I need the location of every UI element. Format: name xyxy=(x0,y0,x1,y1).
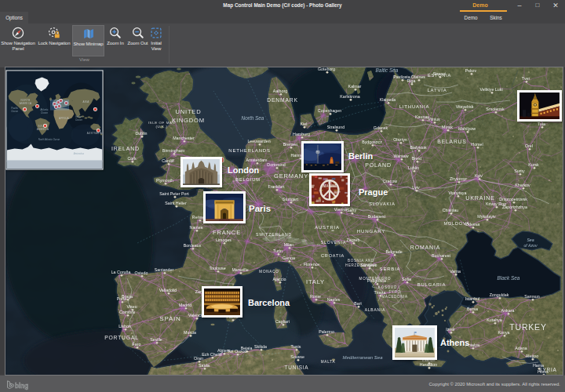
svg-text:Samsun: Samsun xyxy=(524,294,539,299)
svg-text:Sofia: Sofia xyxy=(402,277,411,281)
svg-text:HUNGARY: HUNGARY xyxy=(357,228,385,234)
svg-text:Santander: Santander xyxy=(155,267,174,272)
svg-text:North Sea: North Sea xyxy=(242,115,264,121)
svg-text:Varna: Varna xyxy=(450,269,461,274)
svg-text:North Atlantic Ocean: North Atlantic Ocean xyxy=(38,138,60,141)
svg-text:Chisinau: Chisinau xyxy=(443,208,459,212)
svg-text:La Coruña: La Coruña xyxy=(111,270,131,274)
svg-text:Bari: Bari xyxy=(354,301,361,306)
svg-text:KINGDOM: KINGDOM xyxy=(172,117,205,124)
svg-text:Saint Peter Port: Saint Peter Port xyxy=(159,191,189,196)
svg-text:Zonguldak: Zonguldak xyxy=(490,292,509,297)
svg-text:Zhytomyr: Zhytomyr xyxy=(450,176,467,181)
svg-text:Konya: Konya xyxy=(498,330,509,335)
svg-text:Nantes: Nantes xyxy=(190,225,203,230)
svg-text:London: London xyxy=(228,165,260,175)
svg-text:Karlskrona: Karlskrona xyxy=(340,94,359,99)
svg-text:AUSTRALIA: AUSTRALIA xyxy=(87,132,102,135)
svg-text:LITHUANIA: LITHUANIA xyxy=(399,104,430,109)
svg-text:Istanbul: Istanbul xyxy=(465,296,480,301)
svg-text:Saïda: Saïda xyxy=(199,363,210,368)
svg-text:Saint Helier: Saint Helier xyxy=(165,201,187,205)
svg-text:Hamburg: Hamburg xyxy=(293,132,310,136)
svg-text:MACEDONIA: MACEDONIA xyxy=(381,295,408,299)
svg-text:Prague: Prague xyxy=(359,187,388,197)
svg-text:Olaines: Olaines xyxy=(411,74,425,79)
svg-text:DENMARK: DENMARK xyxy=(267,97,298,103)
svg-text:Lviv: Lviv xyxy=(412,185,420,190)
svg-text:KOSOVO: KOSOVO xyxy=(378,285,397,289)
svg-text:Budapest: Budapest xyxy=(368,214,386,219)
svg-text:Bucharest: Bucharest xyxy=(432,253,450,258)
svg-text:Bialystok: Bialystok xyxy=(410,145,427,150)
svg-text:Baltic Sea: Baltic Sea xyxy=(376,67,399,73)
svg-text:AFRICA: AFRICA xyxy=(59,118,69,121)
svg-text:Tirana: Tirana xyxy=(374,290,386,295)
svg-text:UNITED: UNITED xyxy=(175,108,201,115)
svg-text:Odessa: Odessa xyxy=(465,222,479,227)
svg-text:FRANCE: FRANCE xyxy=(213,229,241,236)
svg-text:Krivoy Rog: Krivoy Rog xyxy=(486,201,506,206)
svg-text:Aalborg: Aalborg xyxy=(273,89,287,93)
svg-text:Vilnius: Vilnius xyxy=(428,117,440,122)
svg-text:Velikiye Luki: Velikiye Luki xyxy=(479,87,502,92)
svg-text:Klaipeda: Klaipeda xyxy=(380,97,396,102)
svg-text:Ankara: Ankara xyxy=(501,308,515,313)
svg-text:Sahy: Sahy xyxy=(347,208,356,212)
svg-text:Tizi Ouzou: Tizi Ouzou xyxy=(227,349,246,354)
svg-text:Rome: Rome xyxy=(310,294,321,299)
svg-text:Gdansk: Gdansk xyxy=(374,125,388,130)
svg-text:Berlin: Berlin xyxy=(348,151,373,161)
svg-text:Cardiff: Cardiff xyxy=(162,158,174,163)
svg-text:Aleppo: Aleppo xyxy=(526,354,539,358)
svg-text:Tver: Tver xyxy=(522,76,530,81)
svg-text:ASIA: ASIA xyxy=(82,100,89,103)
svg-text:SPAIN: SPAIN xyxy=(159,315,180,322)
svg-text:Frankfurt: Frankfurt xyxy=(268,184,285,189)
svg-text:Valladolid: Valladolid xyxy=(159,288,177,292)
svg-text:Black Sea: Black Sea xyxy=(498,275,520,281)
svg-text:Ocean: Ocean xyxy=(11,110,18,113)
svg-text:Kiel: Kiel xyxy=(301,122,308,126)
svg-text:Barcelona: Barcelona xyxy=(248,298,290,307)
svg-text:Ajaccio: Ajaccio xyxy=(272,277,286,281)
svg-text:Sousse: Sousse xyxy=(290,354,304,359)
svg-text:IRELAND: IRELAND xyxy=(111,146,140,151)
svg-text:ALBANIA: ALBANIA xyxy=(365,307,386,312)
svg-text:Kharkov: Kharkov xyxy=(515,183,530,187)
svg-text:Paris: Paris xyxy=(249,204,271,213)
svg-text:Stuttgart: Stuttgart xyxy=(282,197,299,201)
svg-text:Madrid: Madrid xyxy=(179,303,191,307)
svg-text:Oviedo: Oviedo xyxy=(135,270,148,275)
svg-text:Cork: Cork xyxy=(127,156,137,161)
svg-text:SWITZERLAND: SWITZERLAND xyxy=(256,232,292,237)
svg-text:UKRAINE: UKRAINE xyxy=(465,194,495,201)
svg-text:Sumy: Sumy xyxy=(514,169,525,173)
svg-text:Tunis: Tunis xyxy=(291,344,301,349)
svg-text:Mahilyow: Mahilyow xyxy=(458,126,476,131)
svg-text:Copenhagen: Copenhagen xyxy=(318,108,341,113)
svg-text:AMERICA: AMERICA xyxy=(20,102,32,105)
svg-text:of Azov: of Azov xyxy=(523,243,538,248)
svg-text:Kursk: Kursk xyxy=(528,162,539,167)
svg-text:Ocean: Ocean xyxy=(75,118,82,122)
svg-text:Kutahya: Kutahya xyxy=(487,318,501,322)
svg-text:Florence: Florence xyxy=(304,262,320,267)
svg-text:Amsterdam: Amsterdam xyxy=(246,158,268,162)
svg-text:Plymouth: Plymouth xyxy=(156,178,173,183)
svg-text:BULGARIA: BULGARIA xyxy=(417,282,447,287)
svg-text:Izmir: Izmir xyxy=(446,327,455,332)
svg-text:PORTUGAL: PORTUGAL xyxy=(104,335,139,340)
svg-text:TURKEY: TURKEY xyxy=(509,322,546,332)
svg-text:Hama: Hama xyxy=(533,363,544,368)
svg-text:Naples: Naples xyxy=(327,297,341,302)
svg-text:ITALY: ITALY xyxy=(306,278,325,285)
svg-text:Birmingham: Birmingham xyxy=(162,148,185,153)
svg-text:Sea: Sea xyxy=(527,238,534,242)
svg-text:Seville: Seville xyxy=(150,337,162,342)
svg-text:Genoa: Genoa xyxy=(282,256,295,260)
svg-text:Limoges: Limoges xyxy=(216,238,231,242)
svg-text:Mediterranean Sea: Mediterranean Sea xyxy=(342,355,383,360)
svg-text:Orel: Orel xyxy=(525,143,533,148)
svg-text:Bordeaux: Bordeaux xyxy=(184,243,202,248)
